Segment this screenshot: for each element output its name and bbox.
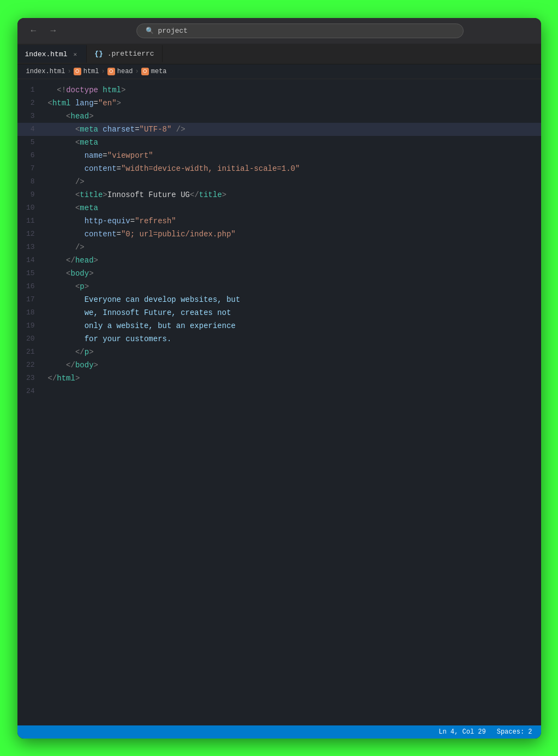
line-number: 15 xyxy=(17,267,44,280)
line-content: </head> xyxy=(44,254,541,267)
line-number: 17 xyxy=(17,293,44,306)
code-token: = xyxy=(94,99,98,108)
code-token xyxy=(48,295,85,304)
code-token: head xyxy=(71,112,89,121)
code-token: = xyxy=(103,151,107,160)
line-number: 12 xyxy=(17,228,44,241)
code-token: </ xyxy=(190,191,199,199)
code-token xyxy=(48,335,85,343)
line-content: <!doctype html> xyxy=(44,84,541,97)
line-content: we, Innosoft Future, creates not xyxy=(44,306,541,319)
code-token xyxy=(48,348,75,356)
code-token xyxy=(48,243,75,252)
breadcrumb-html-icon: ⬡ xyxy=(74,68,81,75)
line-content: <p> xyxy=(44,280,541,293)
code-token: we, Innosoft Future, creates not xyxy=(85,308,231,317)
code-token: content xyxy=(85,164,117,173)
breadcrumb-sep-1: › xyxy=(68,68,71,75)
code-token: lang xyxy=(75,99,94,108)
code-token: = xyxy=(135,125,139,134)
code-token: p xyxy=(85,348,89,356)
code-token: charset xyxy=(103,125,135,134)
line-content: for your customers. xyxy=(44,332,541,346)
titlebar: ← → 🔍 project xyxy=(17,18,541,44)
code-token xyxy=(48,269,67,278)
code-line: 6 name="viewport" xyxy=(17,149,541,162)
status-position: Ln 4, Col 29 xyxy=(439,728,485,736)
search-bar[interactable]: 🔍 project xyxy=(136,23,464,38)
line-content: http-equiv="refresh" xyxy=(44,215,541,228)
breadcrumb-head[interactable]: ⬡ head xyxy=(107,68,133,75)
line-number: 1 xyxy=(17,84,44,97)
code-token xyxy=(48,191,75,199)
code-token: > xyxy=(85,282,89,291)
code-token: "0; url=public/index.php" xyxy=(121,230,236,239)
tab-index-html[interactable]: index.html ✕ xyxy=(17,45,87,63)
line-number: 6 xyxy=(17,149,44,162)
breadcrumb-html[interactable]: ⬡ html xyxy=(74,68,99,75)
code-editor[interactable]: 1 <!doctype html>2<html lang="en">3 <hea… xyxy=(17,79,541,725)
line-number: 20 xyxy=(17,332,44,346)
line-content: <body> xyxy=(44,267,541,280)
breadcrumb-html-label: html xyxy=(83,68,99,75)
back-button[interactable]: ← xyxy=(26,25,41,37)
code-token: meta xyxy=(80,204,98,212)
code-line: 12 content="0; url=public/index.php" xyxy=(17,228,541,241)
code-token: </ xyxy=(75,348,85,356)
breadcrumb-head-label: head xyxy=(117,68,133,75)
code-token: > xyxy=(89,269,93,278)
line-content: </html> xyxy=(44,372,541,385)
line-number: 7 xyxy=(17,162,44,175)
code-token: only a website, but an experience xyxy=(85,322,236,330)
code-token: < xyxy=(48,99,52,108)
code-token: body xyxy=(75,361,94,370)
code-token xyxy=(48,177,75,186)
tab-prettierrc[interactable]: {} .prettierrc xyxy=(87,45,162,62)
code-token: html xyxy=(52,99,71,108)
line-content: /> xyxy=(44,241,541,254)
code-token: content xyxy=(85,230,117,239)
line-content: <meta charset="UTF-8" /> xyxy=(44,123,541,136)
line-content: Everyone can develop websites, but xyxy=(44,293,541,306)
status-bar: Ln 4, Col 29 Spaces: 2 xyxy=(17,725,541,739)
status-encoding: Spaces: 2 xyxy=(497,728,532,736)
line-number: 14 xyxy=(17,254,44,267)
code-token xyxy=(48,256,67,265)
code-token xyxy=(48,230,85,239)
code-token: > xyxy=(121,86,125,94)
line-number: 23 xyxy=(17,372,44,385)
breadcrumb-meta-icon: ⬡ xyxy=(141,68,149,75)
code-line: 22 </body> xyxy=(17,359,541,372)
code-line: 8 /> xyxy=(17,175,541,188)
code-token: > xyxy=(75,374,80,383)
code-line: 14 </head> xyxy=(17,254,541,267)
code-line: 24 xyxy=(17,385,541,398)
code-token xyxy=(48,282,75,291)
search-text: project xyxy=(158,27,188,35)
line-content: content="0; url=public/index.php" xyxy=(44,228,541,241)
line-content: content="width=device-width, initial-sca… xyxy=(44,162,541,175)
code-token: title xyxy=(80,191,103,199)
code-token: <! xyxy=(57,86,66,94)
tabs-bar: index.html ✕ {} .prettierrc xyxy=(17,44,541,64)
breadcrumb-meta[interactable]: ⬡ meta xyxy=(141,68,167,75)
code-line: 3 <head> xyxy=(17,110,541,123)
code-line: 15 <body> xyxy=(17,267,541,280)
line-number: 18 xyxy=(17,306,44,319)
code-token: /> xyxy=(75,177,85,186)
breadcrumb-file[interactable]: index.html xyxy=(26,68,65,75)
code-token: html xyxy=(103,86,121,94)
code-token xyxy=(48,217,85,225)
code-line: 11 http-equiv="refresh" xyxy=(17,215,541,228)
editor-window: ← → 🔍 project index.html ✕ {} .prettierr… xyxy=(17,18,541,739)
breadcrumb: index.html › ⬡ html › ⬡ head › ⬡ meta xyxy=(17,64,541,79)
tab-label-prettierrc: .prettierrc xyxy=(107,50,154,58)
forward-button[interactable]: → xyxy=(46,25,61,37)
tab-close-index-html[interactable]: ✕ xyxy=(72,50,79,58)
search-icon: 🔍 xyxy=(146,27,154,35)
code-token: "width=device-width, initial-scale=1.0" xyxy=(121,164,300,173)
curly-icon: {} xyxy=(94,50,103,58)
code-token: p xyxy=(80,282,84,291)
code-token xyxy=(48,86,57,94)
code-token: doctype xyxy=(66,86,98,94)
